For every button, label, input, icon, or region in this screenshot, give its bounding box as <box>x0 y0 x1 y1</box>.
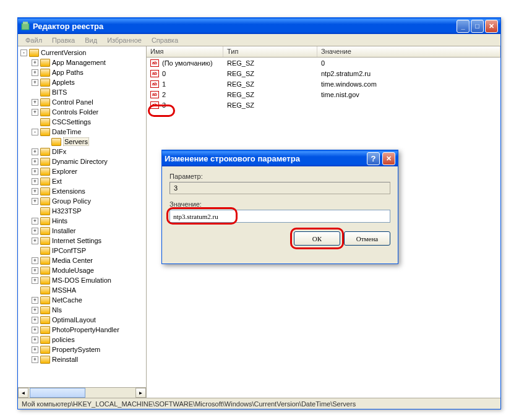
expand-icon[interactable]: + <box>32 307 38 314</box>
tree-label[interactable]: Servers <box>63 137 89 146</box>
tree-item[interactable]: +Applets <box>18 77 146 87</box>
expand-icon[interactable]: + <box>32 317 38 324</box>
tree-label[interactable]: Reinstall <box>52 356 78 363</box>
menu-file[interactable]: Файл <box>20 35 47 45</box>
tree-item[interactable]: -DateTime <box>18 127 146 137</box>
expand-icon[interactable]: + <box>32 188 38 195</box>
tree-label[interactable]: Applets <box>52 79 75 86</box>
tree-label[interactable]: Group Policy <box>52 197 91 205</box>
expand-icon[interactable]: + <box>32 198 38 205</box>
tree-item[interactable]: +OptimalLayout <box>18 315 146 325</box>
tree-label[interactable]: ModuleUsage <box>52 267 94 274</box>
tree-label[interactable]: DIFx <box>52 148 66 155</box>
list-row[interactable]: ab3REG_SZ <box>147 100 500 110</box>
tree-label[interactable]: MSSHA <box>52 286 76 294</box>
tree-label[interactable]: App Management <box>52 59 106 66</box>
tree-label[interactable]: Installer <box>52 227 76 234</box>
value-input[interactable] <box>169 210 390 223</box>
tree-item[interactable]: +Media Center <box>18 255 146 265</box>
tree-item[interactable]: +Group Policy <box>18 196 146 206</box>
collapse-icon[interactable]: - <box>32 129 38 135</box>
expand-icon[interactable]: + <box>32 267 38 274</box>
list-row[interactable]: ab0REG_SZntp2.stratum2.ru <box>147 68 500 79</box>
tree-label[interactable]: BITS <box>52 88 67 96</box>
expand-icon[interactable]: + <box>32 327 38 333</box>
expand-icon[interactable]: + <box>32 297 38 304</box>
expand-icon[interactable]: + <box>32 168 38 175</box>
minimize-button[interactable]: _ <box>457 20 470 33</box>
tree-label[interactable]: policies <box>52 336 75 343</box>
tree-item[interactable]: +Controls Folder <box>18 107 146 117</box>
tree-label[interactable]: Internet Settings <box>52 237 101 244</box>
scroll-thumb[interactable] <box>30 388 85 398</box>
column-type[interactable]: Тип <box>223 46 317 57</box>
menu-edit[interactable]: Правка <box>47 35 80 45</box>
list-row[interactable]: ab2REG_SZtime.nist.gov <box>147 89 500 100</box>
expand-icon[interactable]: + <box>32 356 38 363</box>
expand-icon[interactable]: + <box>32 228 38 234</box>
tree-label[interactable]: PhotoPropertyHandler <box>52 326 119 333</box>
tree-item[interactable]: H323TSP <box>18 206 146 216</box>
collapse-icon[interactable]: - <box>20 49 27 56</box>
close-button[interactable]: ✕ <box>485 20 498 33</box>
list-row[interactable]: ab(По умолчанию)REG_SZ0 <box>147 58 500 68</box>
tree-label[interactable]: CSCSettings <box>52 118 91 126</box>
tree-item[interactable]: +ModuleUsage <box>18 265 146 275</box>
tree-item[interactable]: -CurrentVersion <box>18 48 146 58</box>
expand-icon[interactable]: + <box>32 79 38 86</box>
tree-item[interactable]: +Installer <box>18 226 146 236</box>
expand-icon[interactable]: + <box>32 238 38 244</box>
menu-view[interactable]: Вид <box>80 35 102 45</box>
column-value[interactable]: Значение <box>317 46 500 57</box>
tree-label[interactable]: NetCache <box>52 296 82 304</box>
tree-item[interactable]: +Nls <box>18 305 146 315</box>
scroll-right-button[interactable]: ► <box>135 388 146 398</box>
list-row[interactable]: ab1REG_SZtime.windows.com <box>147 79 500 89</box>
expand-icon[interactable]: + <box>32 109 38 116</box>
tree-label[interactable]: Dynamic Directory <box>52 158 108 165</box>
cancel-button[interactable]: Отмена <box>344 231 390 246</box>
expand-icon[interactable]: + <box>32 99 38 106</box>
tree-label[interactable]: Explorer <box>52 168 77 175</box>
dialog-titlebar[interactable]: Изменение строкового параметра ? ✕ <box>162 150 398 166</box>
expand-icon[interactable]: + <box>32 336 38 343</box>
tree-item[interactable]: BITS <box>18 87 146 97</box>
tree-label[interactable]: Nls <box>52 306 62 314</box>
menu-favorites[interactable]: Избранное <box>102 35 147 45</box>
tree-item[interactable]: +Reinstall <box>18 354 146 364</box>
tree-item[interactable]: +MS-DOS Emulation <box>18 275 146 285</box>
tree-item[interactable]: +policies <box>18 335 146 345</box>
tree-item[interactable]: +Ext <box>18 176 146 186</box>
tree-item[interactable]: +Explorer <box>18 166 146 176</box>
tree-item[interactable]: IPConfTSP <box>18 246 146 255</box>
tree-item[interactable]: +PropertySystem <box>18 345 146 354</box>
expand-icon[interactable]: + <box>32 158 38 165</box>
expand-icon[interactable]: + <box>32 277 38 284</box>
tree-item[interactable]: +Control Panel <box>18 97 146 107</box>
expand-icon[interactable]: + <box>32 257 38 264</box>
menu-help[interactable]: Справка <box>147 35 183 45</box>
column-name[interactable]: Имя <box>147 46 223 57</box>
tree-item[interactable]: +Hints <box>18 216 146 226</box>
tree-item[interactable]: MSSHA <box>18 285 146 295</box>
tree-item[interactable]: Servers <box>18 137 146 147</box>
expand-icon[interactable]: + <box>32 218 38 225</box>
titlebar[interactable]: Редактор реестра _ □ ✕ <box>18 18 500 34</box>
tree-item[interactable]: +Internet Settings <box>18 236 146 246</box>
help-button[interactable]: ? <box>367 152 380 165</box>
tree-label[interactable]: PropertySystem <box>52 346 100 353</box>
dialog-close-button[interactable]: ✕ <box>382 152 395 165</box>
tree-item[interactable]: +PhotoPropertyHandler <box>18 325 146 335</box>
tree-label[interactable]: MS-DOS Emulation <box>52 276 111 284</box>
maximize-button[interactable]: □ <box>471 20 484 33</box>
tree-label[interactable]: IPConfTSP <box>52 247 86 254</box>
tree-label[interactable]: Hints <box>52 217 67 225</box>
tree-item[interactable]: CSCSettings <box>18 117 146 127</box>
tree-item[interactable]: +App Management <box>18 58 146 67</box>
tree-label[interactable]: DateTime <box>52 128 81 135</box>
tree-label[interactable]: App Paths <box>52 69 84 76</box>
tree-label[interactable]: Media Center <box>52 257 93 264</box>
tree-label[interactable]: CurrentVersion <box>41 49 86 56</box>
expand-icon[interactable]: + <box>32 178 38 185</box>
tree-item[interactable]: +NetCache <box>18 295 146 305</box>
